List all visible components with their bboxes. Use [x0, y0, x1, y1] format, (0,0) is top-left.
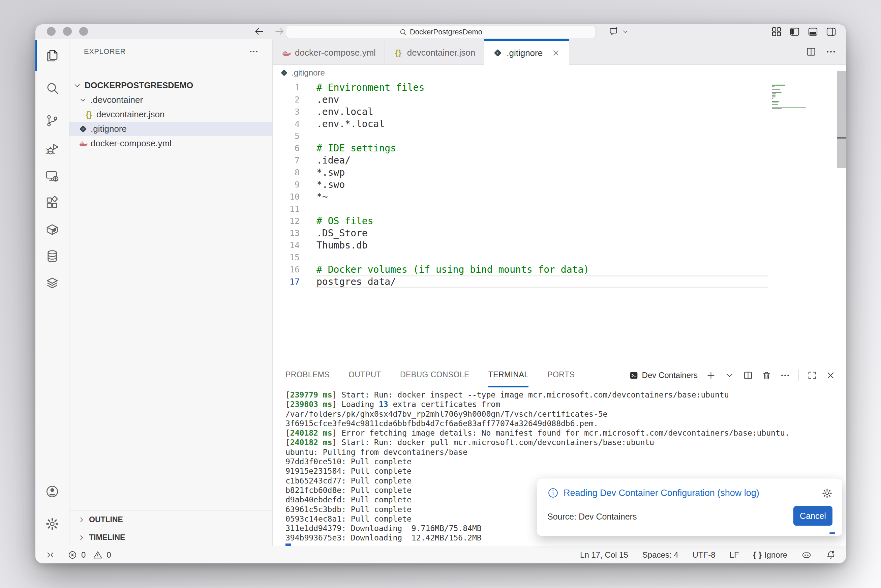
warning-icon[interactable]: [93, 550, 102, 560]
code-line-17[interactable]: 17postgres_data/: [273, 276, 846, 288]
activity-item-layers[interactable]: [45, 276, 59, 290]
chevron-down-icon[interactable]: [724, 370, 735, 381]
chevron-down-icon[interactable]: [622, 28, 629, 35]
tab-docker-compose-yml[interactable]: docker-compose.yml: [273, 39, 385, 64]
minimap-line: [772, 86, 775, 87]
tree-item-label: .gitignore: [91, 124, 127, 134]
status-copilot[interactable]: [802, 550, 812, 560]
activity-item-containers[interactable]: [45, 222, 59, 237]
code-line-5[interactable]: 5: [273, 130, 846, 142]
minimap-line: [772, 93, 776, 94]
ellipsis-icon[interactable]: [826, 46, 836, 57]
code-line-7[interactable]: 7.idea/: [273, 154, 846, 166]
minimap-line: [772, 102, 778, 104]
warning-count[interactable]: 0: [106, 550, 111, 560]
breadcrumb[interactable]: .gitignore: [273, 65, 846, 81]
tree-item-docker-compose-yml[interactable]: docker-compose.yml: [69, 136, 272, 151]
layout-grid-icon[interactable]: [771, 26, 782, 38]
ellipsis-icon[interactable]: [780, 370, 790, 381]
command-center-search[interactable]: DockerPostgresDemo: [286, 26, 596, 38]
panel-tab-output[interactable]: OUTPUT: [349, 363, 381, 387]
activity-item-run-and-debug[interactable]: [45, 142, 59, 157]
layout-sidebar-right-icon[interactable]: [826, 26, 837, 38]
activity-item-settings[interactable]: [45, 517, 59, 531]
panel-tab-debug-console[interactable]: DEBUG CONSOLE: [400, 363, 469, 387]
line-text: .DS_Store: [316, 228, 368, 239]
minimize-button[interactable]: [63, 27, 72, 36]
code-line-11[interactable]: 11: [273, 202, 846, 215]
chevron-right-icon: [78, 534, 85, 542]
status-cursor-position[interactable]: Ln 17, Col 15: [580, 550, 628, 560]
status-indentation[interactable]: Spaces: 4: [643, 550, 679, 560]
tree-item--devcontainer[interactable]: .devcontainer: [69, 93, 272, 107]
close-button[interactable]: [47, 27, 55, 36]
error-count[interactable]: 0: [81, 550, 85, 560]
json-icon: {}: [394, 48, 403, 58]
terminal-name: Dev Containers: [642, 370, 698, 380]
code-line-15[interactable]: 15: [273, 251, 846, 263]
panel-tab-ports[interactable]: PORTS: [547, 363, 575, 387]
activity-item-explorer[interactable]: [45, 48, 59, 63]
line-number: 11: [273, 204, 300, 214]
terminal-selector[interactable]: Dev Containers: [629, 370, 698, 380]
split-editor-icon[interactable]: [743, 370, 753, 381]
status-language-mode[interactable]: { }Ignore: [753, 550, 787, 560]
layout-sidebar-left-icon[interactable]: [789, 26, 800, 38]
code-line-13[interactable]: 13.DS_Store: [273, 227, 846, 239]
error-icon[interactable]: [68, 550, 77, 560]
activity-item-source-control[interactable]: [45, 114, 59, 128]
code-line-4[interactable]: 4.env.*.local: [273, 118, 846, 130]
code-line-3[interactable]: 3.env.local: [273, 105, 846, 118]
layout-panel-icon[interactable]: [807, 26, 819, 38]
code-line-10[interactable]: 10*~: [273, 190, 846, 202]
close-icon[interactable]: [551, 48, 560, 57]
tab-devcontainer-json[interactable]: {}devcontainer.json: [385, 39, 484, 64]
activity-item-accounts[interactable]: [45, 484, 59, 499]
terminal-icon: [629, 370, 639, 380]
code-line-12[interactable]: 12# OS files: [273, 215, 846, 227]
code-line-16[interactable]: 16# Docker volumes (if using bind mounts…: [273, 263, 846, 276]
status-notifications[interactable]: [826, 550, 836, 560]
section-outline[interactable]: OUTLINE: [69, 510, 272, 529]
gear-icon[interactable]: [822, 488, 833, 499]
copilot-chat-icon[interactable]: [608, 26, 619, 37]
panel-tab-problems[interactable]: PROBLEMS: [285, 363, 330, 387]
remote-icon[interactable]: [45, 550, 55, 560]
tree-item--gitignore[interactable]: .gitignore: [69, 122, 272, 136]
split-editor-icon[interactable]: [806, 46, 817, 57]
cancel-button[interactable]: Cancel: [793, 506, 833, 526]
trash-icon[interactable]: [761, 370, 772, 381]
tree-item-devcontainer-json[interactable]: {}devcontainer.json: [69, 107, 272, 122]
ellipsis-icon[interactable]: [249, 46, 259, 57]
activity-item-database[interactable]: [45, 249, 59, 263]
activity-item-extensions[interactable]: [45, 196, 59, 210]
activity-item-search[interactable]: [45, 81, 59, 95]
code-line-8[interactable]: 8*.swp: [273, 166, 846, 178]
status-eol[interactable]: LF: [730, 550, 739, 560]
notification-title[interactable]: Reading Dev Container Configuration (sho…: [563, 488, 759, 498]
line-text: .env.*.local: [316, 118, 385, 129]
close-icon[interactable]: [826, 370, 836, 381]
editor-scrollbar[interactable]: [837, 71, 846, 168]
line-number: 3: [273, 107, 300, 117]
tree-root-folder[interactable]: DOCKERPOSTGRESDEMO: [69, 78, 272, 93]
code-line-14[interactable]: 14Thumbs.db: [273, 239, 846, 251]
plus-icon[interactable]: [706, 370, 716, 381]
code-line-9[interactable]: 9*.swo: [273, 178, 846, 190]
back-arrow-icon[interactable]: [254, 26, 265, 37]
activity-item-remote-explorer[interactable]: [45, 169, 59, 183]
code-editor[interactable]: 1# Environment files2.env3.env.local4.en…: [273, 81, 846, 363]
panel-tab-terminal[interactable]: TERMINAL: [488, 363, 529, 387]
tab--gitignore[interactable]: .gitignore: [484, 39, 569, 65]
code-line-6[interactable]: 6# IDE settings: [273, 142, 846, 154]
code-line-2[interactable]: 2.env: [273, 93, 846, 105]
line-number: 17: [273, 277, 300, 286]
minimap[interactable]: [772, 85, 809, 110]
section-timeline[interactable]: TIMELINE: [69, 529, 272, 546]
forward-arrow-icon[interactable]: [274, 26, 285, 37]
status-encoding[interactable]: UTF-8: [692, 550, 716, 560]
maximize-icon[interactable]: [807, 370, 817, 381]
line-number: 7: [273, 155, 300, 165]
zoom-button[interactable]: [79, 27, 88, 36]
code-line-1[interactable]: 1# Environment files: [273, 81, 846, 93]
